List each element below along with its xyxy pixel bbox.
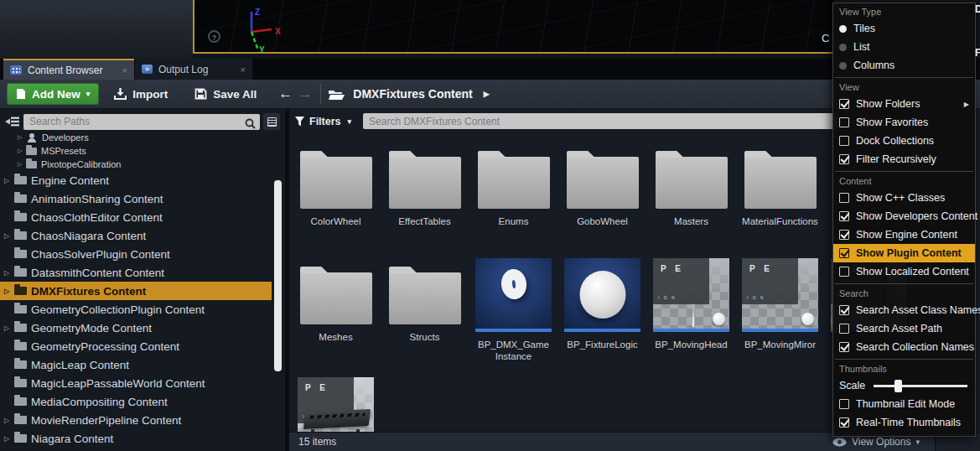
close-icon[interactable]: × <box>241 65 246 75</box>
tree-item-chaosniagara[interactable]: ▷ChaosNiagara Content <box>0 226 272 245</box>
history-forward-button[interactable]: → <box>298 86 312 102</box>
tree-item-magicleap[interactable]: ▷MagicLeap Content <box>0 355 272 374</box>
tree-item-geometrycollectionplugin[interactable]: ▷GeometryCollectionPlugin Content <box>0 300 272 319</box>
checkbox-checked-icon[interactable] <box>839 305 849 315</box>
menu-item-filter-recursively[interactable]: Filter Recursively <box>833 150 975 168</box>
checkbox-checked-icon[interactable] <box>839 211 849 221</box>
scale-slider[interactable] <box>874 385 967 387</box>
tab-output-log[interactable]: > Output Log × <box>135 59 252 80</box>
checkbox-checked-icon[interactable] <box>839 248 849 258</box>
menu-item-search-asset-class-names[interactable]: Search Asset Class Names <box>833 301 975 319</box>
expand-arrow-icon[interactable]: ▷ <box>18 148 25 154</box>
asset-search-input[interactable] <box>363 113 837 129</box>
expand-arrow-icon[interactable]: ▷ <box>4 324 13 332</box>
menu-item-search-collection-names[interactable]: Search Collection Names <box>833 338 975 356</box>
tab-content-browser[interactable]: Content Browser × <box>3 59 134 80</box>
menu-item-realtime-thumbnails[interactable]: Real-Time Thumbnails <box>833 413 975 432</box>
menu-item-show-favorites[interactable]: Show Favorites <box>833 113 975 132</box>
asset-folder-enums[interactable]: Enums <box>475 143 552 227</box>
menu-item-thumbnail-edit-mode[interactable]: Thumbnail Edit Mode <box>833 395 975 413</box>
tree-item-pixotopecalibration[interactable]: ▷PixotopeCalibration <box>0 158 272 171</box>
expand-arrow-icon[interactable]: ▷ <box>4 232 13 240</box>
menu-item-dock-collections[interactable]: Dock Collections <box>833 132 975 150</box>
menu-item-show-developers-content[interactable]: Show Developers Content <box>833 207 975 226</box>
tree-item-mspresets[interactable]: ▷MSPresets <box>0 144 272 158</box>
asset-folder-colorwheel[interactable]: ColorWheel <box>298 143 374 227</box>
tree-item-mediacompositing[interactable]: ▷MediaCompositing Content <box>0 392 272 411</box>
tree-item-geometrymode[interactable]: ▷GeometryMode Content <box>0 319 272 337</box>
menu-item-search-asset-path[interactable]: Search Asset Path <box>833 319 975 338</box>
view-options-button[interactable]: View Options ▾ <box>832 436 920 448</box>
menu-separator <box>835 77 973 78</box>
menu-item-columns[interactable]: Columns <box>833 56 975 75</box>
user-icon <box>27 133 37 143</box>
menu-item-tiles[interactable]: Tiles <box>833 19 975 38</box>
checkbox-icon[interactable] <box>839 324 849 334</box>
checkbox-checked-icon[interactable] <box>839 99 849 109</box>
checkbox-checked-icon[interactable] <box>839 230 849 240</box>
tree-item-datasmithcontent[interactable]: ▷DatasmithContent Content <box>0 263 272 282</box>
filters-button[interactable]: Filters ▾ <box>295 116 351 127</box>
tree-item-niagara[interactable]: ▷Niagara Content <box>0 429 272 448</box>
viewport-help-icon[interactable]: ? <box>208 30 220 43</box>
close-icon[interactable]: × <box>122 65 127 75</box>
tree-item-dmxfixtures-selected[interactable]: ▷DMXFixtures Content <box>0 282 272 300</box>
expand-arrow-icon[interactable]: ▷ <box>4 269 13 277</box>
menu-item-show-cpp-classes[interactable]: Show C++ Classes <box>833 189 975 207</box>
menu-item-list[interactable]: List <box>833 38 975 56</box>
asset-bp-movinghead[interactable]: P E I O N BP_MovingHead <box>653 258 729 363</box>
expand-arrow-icon[interactable]: ▷ <box>4 177 13 184</box>
checkbox-checked-icon[interactable] <box>839 154 849 164</box>
menu-item-show-folders[interactable]: Show Folders▶ <box>833 95 975 113</box>
asset-bp-ledbar-partial[interactable]: P E I O N <box>298 377 374 432</box>
expand-arrow-icon[interactable]: ▷ <box>18 134 25 141</box>
tree-scrollbar[interactable] <box>274 180 282 371</box>
expand-arrow-icon[interactable]: ▷ <box>4 435 13 443</box>
folder-icon <box>14 397 27 406</box>
menu-section-view-type: View Type <box>833 5 975 19</box>
tree-item-chaossolverplugin[interactable]: ▷ChaosSolverPlugin Content <box>0 245 272 263</box>
collapse-sources-icon[interactable] <box>4 116 20 127</box>
asset-folder-gobowheel[interactable]: GoboWheel <box>564 143 640 227</box>
search-paths-input[interactable] <box>23 114 260 130</box>
tree-item-animationsharing[interactable]: ▷AnimationSharing Content <box>0 189 272 208</box>
checkbox-icon[interactable] <box>839 136 849 146</box>
tree-item-magicleappassableworld[interactable]: ▷MagicLeapPassableWorld Content <box>0 374 272 392</box>
menu-item-show-plugin-content-highlighted[interactable]: Show Plugin Content <box>833 244 975 262</box>
menu-item-show-engine-content[interactable]: Show Engine Content <box>833 226 975 244</box>
asset-folder-materialfunctions[interactable]: MaterialFunctions <box>742 143 818 227</box>
tree-item-label: MagicLeapPassableWorld Content <box>31 377 205 390</box>
asset-bp-fixturelogic[interactable]: BP_FixtureLogic <box>564 258 640 363</box>
sources-view-menu-button[interactable] <box>263 113 280 130</box>
level-viewport[interactable]: Z X Y ? C <box>193 0 834 54</box>
asset-folder-effecttables[interactable]: EffectTables <box>386 143 463 227</box>
expand-arrow-icon[interactable]: ▷ <box>4 288 13 295</box>
tree-item-movierenderpipeline[interactable]: ▷MovieRenderPipeline Content <box>0 411 272 429</box>
save-all-button[interactable]: Save All <box>186 82 265 106</box>
asset-folder-meshes[interactable]: Meshes <box>298 258 374 363</box>
tree-item-geometryprocessing[interactable]: ▷GeometryProcessing Content <box>0 337 272 355</box>
expand-arrow-icon[interactable]: ▷ <box>4 417 13 424</box>
menu-item-show-localized-content[interactable]: Show Localized Content <box>833 262 975 281</box>
add-new-button[interactable]: Add New ▾ <box>7 83 99 105</box>
checkbox-icon[interactable] <box>839 399 849 409</box>
checkbox-icon[interactable] <box>839 267 849 277</box>
checkbox-icon[interactable] <box>839 193 849 203</box>
expand-arrow-icon[interactable]: ▷ <box>18 161 25 168</box>
asset-bp-movingmiror[interactable]: P E I O N BP_MovingMiror <box>742 258 818 363</box>
tree-item-chaosclotheditor[interactable]: ▷ChaosClothEditor Content <box>0 208 272 226</box>
checkbox-checked-icon[interactable] <box>839 417 849 428</box>
checkbox-icon[interactable] <box>839 117 849 127</box>
history-back-button[interactable]: ← <box>278 86 293 102</box>
checkbox-checked-icon[interactable] <box>839 342 849 352</box>
tree-item-developers[interactable]: ▷Developers <box>0 131 272 144</box>
import-button[interactable]: Import <box>106 82 176 106</box>
asset-bp-dmx-gameinstance[interactable]: BP_DMX_Game Instance <box>475 258 552 363</box>
breadcrumb[interactable]: DMXFixtures Content ▶ <box>328 87 489 101</box>
asset-folder-masters[interactable]: Masters <box>653 143 729 227</box>
slider-knob[interactable] <box>894 380 902 392</box>
breadcrumb-arrow-icon[interactable]: ▶ <box>484 90 490 98</box>
menu-separator <box>835 171 973 172</box>
tree-item-engine-content[interactable]: ▷Engine Content <box>0 171 272 189</box>
asset-folder-structs[interactable]: Structs <box>386 258 463 363</box>
